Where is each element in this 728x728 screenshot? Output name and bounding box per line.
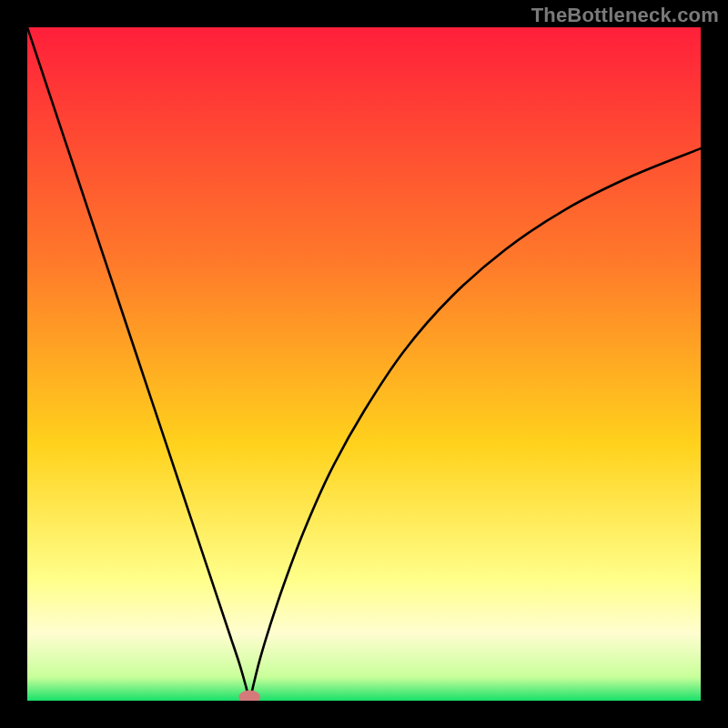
chart-frame: TheBottleneck.com <box>0 0 728 728</box>
watermark-text: TheBottleneck.com <box>531 4 719 27</box>
chart-svg <box>27 27 701 701</box>
gradient-background <box>27 27 701 701</box>
plot-area <box>27 27 701 701</box>
